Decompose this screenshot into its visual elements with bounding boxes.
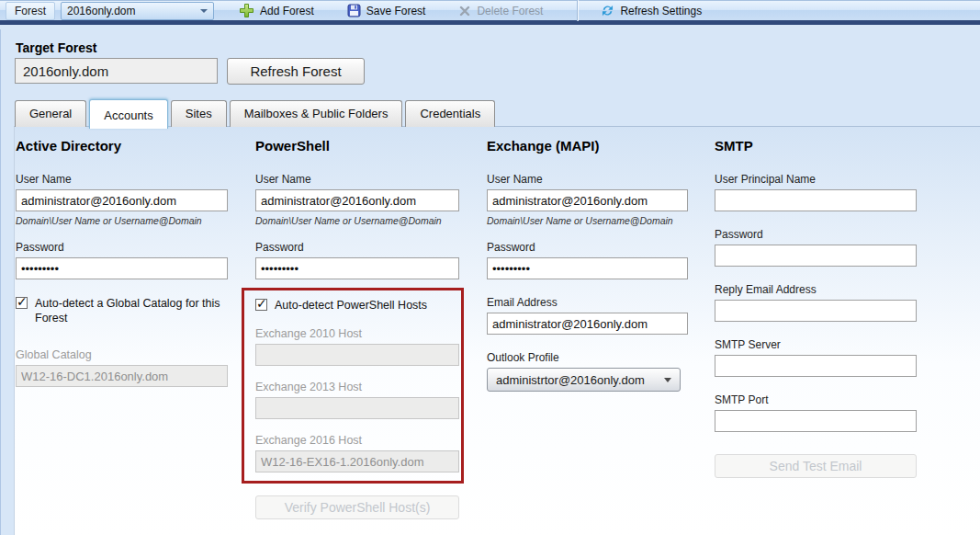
smtp-reply-email-input[interactable] <box>715 300 917 322</box>
exchange-2016-host-label: Exchange 2016 Host <box>255 434 459 447</box>
refresh-icon <box>601 4 614 17</box>
verify-powershell-hosts-button[interactable]: Verify PowerShell Host(s) <box>255 495 459 519</box>
add-forest-label: Add Forest <box>260 5 314 17</box>
smtp-password-label: Password <box>715 228 917 241</box>
forest-combobox[interactable]: 2016only.dom <box>61 2 214 20</box>
toolbar-separator <box>577 0 578 21</box>
chevron-down-icon <box>200 9 208 13</box>
ps-username-input[interactable] <box>255 189 459 211</box>
ad-username-hint: Domain\User Name or Username@Domain <box>16 215 228 226</box>
save-forest-button[interactable]: Save Forest <box>339 1 434 20</box>
ps-password-label: Password <box>255 241 459 254</box>
plus-icon <box>239 3 254 18</box>
powershell-heading: PowerShell <box>255 138 459 154</box>
ps-autodetect-checkbox[interactable] <box>255 299 267 311</box>
toolbar: Forest 2016only.dom Add Forest Save Fore… <box>0 0 980 25</box>
ps-autodetect-label: Auto-detect PowerShell Hosts <box>275 298 427 313</box>
smtp-reply-email-label: Reply Email Address <box>715 283 917 296</box>
active-directory-section: Active Directory User Name Domain\User N… <box>16 138 228 387</box>
ad-autodetect-gc-label: Auto-detect a Global Catalog for this Fo… <box>35 296 243 325</box>
floppy-save-icon <box>347 4 361 17</box>
outlook-profile-label: Outlook Profile <box>487 351 688 364</box>
outlook-profile-value: administrtor@2016only.dom <box>496 373 645 387</box>
global-catalog-input <box>16 365 228 387</box>
refresh-forest-button[interactable]: Refresh Forest <box>227 58 365 85</box>
exchange-mapi-section: Exchange (MAPI) User Name Domain\User Na… <box>487 138 688 392</box>
ex-password-label: Password <box>487 241 688 254</box>
email-address-label: Email Address <box>487 296 688 309</box>
outlook-profile-dropdown[interactable]: administrtor@2016only.dom <box>487 368 681 392</box>
ex-password-input[interactable] <box>487 257 688 279</box>
add-forest-button[interactable]: Add Forest <box>231 0 322 21</box>
delete-forest-label: Delete Forest <box>477 5 543 17</box>
smtp-upn-label: User Principal Name <box>715 173 917 186</box>
smtp-upn-input[interactable] <box>715 189 917 211</box>
exchange-2010-host-input <box>255 344 459 366</box>
target-forest-input[interactable] <box>15 58 218 84</box>
ad-username-label: User Name <box>16 173 228 186</box>
smtp-port-label: SMTP Port <box>715 393 917 406</box>
delete-forest-button[interactable]: Delete Forest <box>450 2 551 20</box>
smtp-port-input[interactable] <box>715 410 917 432</box>
ps-username-hint: Domain\User Name or Username@Domain <box>255 215 459 226</box>
ex-username-input[interactable] <box>487 189 688 211</box>
exchange-2013-host-input <box>255 397 459 419</box>
forest-label: Forest <box>6 2 55 20</box>
ex-username-label: User Name <box>487 173 688 186</box>
exchange-2010-host-label: Exchange 2010 Host <box>255 327 459 340</box>
tab-general[interactable]: General <box>15 100 86 127</box>
send-test-email-button[interactable]: Send Test Email <box>715 454 917 478</box>
ad-autodetect-gc-checkbox[interactable] <box>16 297 28 309</box>
global-catalog-label: Global Catalog <box>16 348 228 361</box>
ex-username-hint: Domain\User Name or Username@Domain <box>487 215 688 226</box>
ps-username-label: User Name <box>255 173 459 186</box>
ad-password-input[interactable] <box>16 257 228 279</box>
active-directory-heading: Active Directory <box>16 138 228 154</box>
email-address-input[interactable] <box>487 313 688 335</box>
refresh-settings-button[interactable]: Refresh Settings <box>592 1 710 20</box>
exchange-2013-host-label: Exchange 2013 Host <box>255 381 459 393</box>
chevron-down-icon <box>664 378 671 382</box>
ps-password-input[interactable] <box>255 257 459 279</box>
target-forest-heading: Target Forest <box>16 40 96 55</box>
powershell-hosts-highlight-box: Auto-detect PowerShell Hosts Exchange 20… <box>242 288 464 484</box>
ad-password-label: Password <box>16 241 228 254</box>
smtp-heading: SMTP <box>715 138 917 154</box>
exchange-2016-host-input <box>255 450 459 472</box>
tab-sites[interactable]: Sites <box>171 100 227 127</box>
powershell-section: PowerShell User Name Domain\User Name or… <box>255 138 459 519</box>
ps-autodetect-row: Auto-detect PowerShell Hosts <box>255 298 459 313</box>
ad-username-input[interactable] <box>16 189 228 211</box>
tab-accounts[interactable]: Accounts <box>89 99 167 129</box>
smtp-password-input[interactable] <box>715 245 917 267</box>
main-content: Target Forest Refresh Forest General Acc… <box>0 29 980 535</box>
smtp-server-label: SMTP Server <box>715 338 917 351</box>
save-forest-label: Save Forest <box>366 5 426 17</box>
tab-mailboxes-public-folders[interactable]: Mailboxes & Public Folders <box>230 100 403 127</box>
x-delete-icon <box>458 5 471 17</box>
smtp-section: SMTP User Principal Name Password Reply … <box>715 138 917 478</box>
forest-combobox-value: 2016only.dom <box>67 5 136 17</box>
tab-bar: General Accounts Sites Mailboxes & Publi… <box>15 98 495 127</box>
ad-autodetect-gc-row: Auto-detect a Global Catalog for this Fo… <box>16 296 243 325</box>
tab-credentials[interactable]: Credentials <box>405 100 495 127</box>
exchange-mapi-heading: Exchange (MAPI) <box>487 138 688 154</box>
refresh-settings-label: Refresh Settings <box>620 5 702 17</box>
smtp-server-input[interactable] <box>715 355 917 377</box>
